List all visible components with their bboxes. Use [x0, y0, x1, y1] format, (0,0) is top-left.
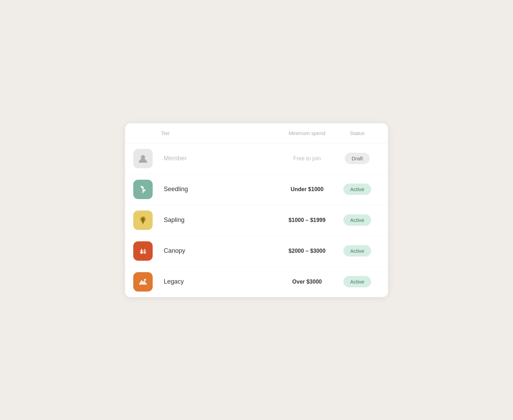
- legacy-status-cell: Active: [335, 276, 380, 287]
- header-tier: Tier: [161, 130, 279, 136]
- table-row[interactable]: Seedling Under $1000 Active: [125, 174, 388, 205]
- table-header: Tier Minimum spend Status: [125, 123, 388, 143]
- table-row[interactable]: Legacy Over $3000 Active: [125, 267, 388, 297]
- svg-point-3: [144, 279, 146, 281]
- member-name: Member: [161, 155, 279, 162]
- sapling-min-spend: $1000 – $1999: [279, 217, 335, 223]
- legacy-name: Legacy: [161, 278, 279, 285]
- seedling-name: Seedling: [161, 186, 279, 193]
- canopy-min-spend: $2000 – $3000: [279, 248, 335, 254]
- sapling-name: Sapling: [161, 216, 279, 224]
- canopy-name: Canopy: [161, 247, 279, 254]
- member-min-spend: Free to join: [279, 155, 335, 162]
- header-minimum-spend: Minimum spend: [279, 130, 335, 136]
- legacy-status-badge: Active: [343, 276, 371, 287]
- member-status-badge: Draft: [345, 153, 370, 164]
- legacy-icon: [133, 272, 153, 292]
- header-status: Status: [335, 130, 380, 136]
- seedling-status-badge: Active: [343, 184, 371, 195]
- canopy-icon: [133, 241, 153, 261]
- seedling-status-cell: Active: [335, 184, 380, 195]
- sapling-status-cell: Active: [335, 214, 380, 226]
- legacy-min-spend: Over $3000: [279, 279, 335, 285]
- loyalty-tiers-card: Tier Minimum spend Status Member Free to…: [125, 123, 388, 297]
- header-icon-col: [133, 130, 161, 136]
- canopy-status-cell: Active: [335, 245, 380, 257]
- canopy-status-badge: Active: [343, 245, 371, 257]
- seedling-icon: [133, 180, 153, 199]
- sapling-status-badge: Active: [343, 214, 371, 226]
- member-icon: [133, 149, 153, 168]
- table-row[interactable]: Member Free to join Draft: [125, 143, 388, 174]
- sapling-icon: [133, 211, 153, 230]
- table-row[interactable]: Sapling $1000 – $1999 Active: [125, 205, 388, 236]
- table-row[interactable]: Canopy $2000 – $3000 Active: [125, 236, 388, 267]
- member-status-cell: Draft: [335, 153, 380, 164]
- seedling-min-spend: Under $1000: [279, 186, 335, 193]
